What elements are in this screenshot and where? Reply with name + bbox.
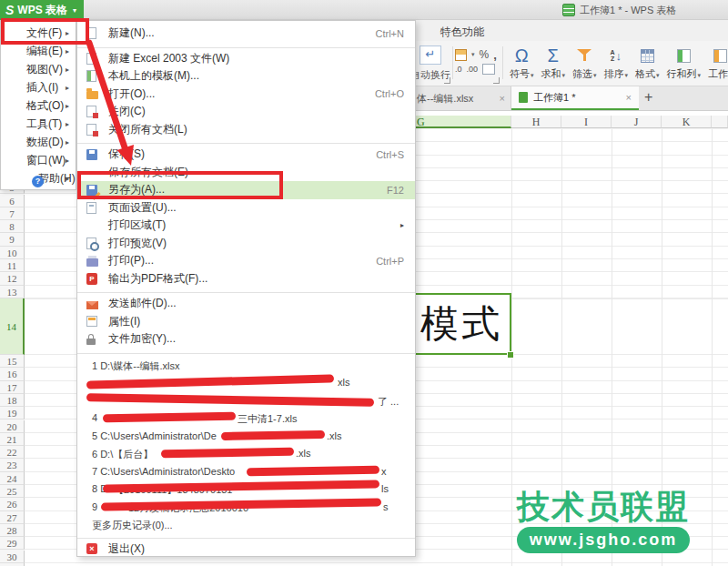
column-header-J[interactable]: J (612, 116, 662, 128)
menu-item-label: 打印(P)... (108, 253, 376, 268)
file-menu-item[interactable]: 新建 Excel 2003 文件(W) (77, 50, 415, 68)
main-menu-item[interactable]: 插入(I)▸ (1, 78, 76, 96)
tab-media-edit[interactable]: 体--编辑.xlsx × (400, 86, 511, 110)
row-header-26[interactable]: 26 (0, 498, 25, 510)
row-header-10[interactable]: 10 (0, 247, 25, 259)
recent-file-item[interactable]: 了 ... (77, 391, 415, 409)
row-header-16[interactable]: 16 (0, 368, 25, 380)
row-header-19[interactable]: 19 (0, 407, 25, 419)
row-header-29[interactable]: 29 (0, 537, 25, 550)
row-header-17[interactable]: 17 (0, 381, 25, 394)
file-menu-item[interactable]: 打开(O)...Ctrl+O (77, 86, 415, 104)
column-header-H[interactable]: H (511, 116, 561, 128)
close-icon[interactable]: × (626, 92, 632, 103)
column-header-G[interactable]: G (400, 116, 511, 128)
toolbar-button-filter[interactable]: 筛选▾ (569, 44, 601, 81)
row-header-6[interactable]: 6 (0, 195, 25, 207)
row-header-20[interactable]: 20 (0, 420, 25, 433)
row-header-9[interactable]: 9 (0, 233, 25, 246)
file-menu-item[interactable]: P输出为PDF格式(F)... (77, 270, 415, 288)
redaction-scribble (221, 430, 325, 440)
row-header-21[interactable]: 21 (0, 433, 25, 446)
file-menu-item[interactable]: 新建(N)...Ctrl+N (77, 25, 415, 43)
recent-file-item[interactable]: 更多历史记录(0)... (77, 515, 415, 533)
recent-file-item[interactable]: xls (77, 373, 415, 391)
column-header-K[interactable]: K (662, 116, 712, 128)
percent-style-button[interactable]: % (480, 48, 490, 61)
main-menu-item[interactable]: 窗口(W)▸ (1, 151, 76, 169)
comma-style-button[interactable]: , (493, 48, 497, 62)
row-header-28[interactable]: 28 (0, 524, 25, 537)
format-grid-icon (641, 44, 654, 67)
row-header-23[interactable]: 23 (0, 459, 25, 471)
row-header-25[interactable]: 25 (0, 485, 25, 498)
file-menu-item[interactable]: 发送邮件(D)... (77, 295, 415, 313)
file-menu-item[interactable]: 页面设置(U)... (77, 199, 415, 217)
number-format-icon[interactable] (455, 49, 467, 61)
recent-file-text: 4 (92, 412, 97, 423)
file-menu-item[interactable]: 文件加密(Y)... (77, 330, 415, 349)
toolbar-button-format-grid[interactable]: 格式▾ (632, 44, 663, 81)
main-menu-item[interactable]: 工具(T)▸ (1, 115, 76, 133)
row-header-8[interactable]: 8 (0, 220, 25, 233)
row-header-13[interactable]: 13 (0, 286, 25, 298)
row-header-24[interactable]: 24 (0, 472, 25, 485)
recent-file-text: ls (381, 483, 389, 494)
row-header-22[interactable]: 22 (0, 446, 25, 459)
file-menu-item[interactable]: 打印(P)...Ctrl+P (77, 252, 415, 270)
dialog-launcher-icon[interactable] (493, 77, 500, 84)
rows-columns-icon (677, 49, 691, 63)
file-menu-item[interactable]: ×退出(X) (77, 541, 415, 559)
column-header-I[interactable]: I (561, 116, 612, 128)
file-menu-item[interactable]: 打印预览(V) (77, 235, 415, 253)
recent-file-item[interactable]: 6 D:\【后台】.xls (77, 444, 415, 462)
recent-file-item[interactable]: 5 C:\Users\Administrator\De.xls (77, 427, 415, 445)
chevron-down-icon[interactable]: ▾ (471, 51, 475, 58)
row-header-18[interactable]: 18 (0, 394, 25, 407)
menu-featured-tab[interactable]: 特色功能 (440, 25, 484, 40)
recent-file-item[interactable]: 4三中清1-7.xls (77, 409, 415, 427)
toolbar-button-sigma[interactable]: Σ求和▾ (538, 44, 570, 81)
toolbar-button-rows-columns[interactable]: 行和列▾ (663, 44, 705, 81)
decrease-decimal-button[interactable]: .00 (467, 65, 479, 74)
increase-decimal-button[interactable]: .0 (455, 65, 462, 74)
file-menu-item[interactable]: 打印区域(T)▸ (77, 217, 415, 235)
file-menu-item[interactable]: 另存为(A)...F12 (77, 181, 415, 199)
dialog-launcher-icon[interactable] (444, 77, 450, 84)
close-icon[interactable]: × (500, 93, 505, 104)
filter-icon (577, 44, 592, 67)
toolbar-button-sort[interactable]: AZ↓排序▾ (601, 44, 632, 81)
main-menu-item[interactable]: 视图(V)▸ (1, 60, 76, 78)
row-header-7[interactable]: 7 (0, 207, 25, 220)
main-menu-item[interactable]: 编辑(E)▸ (1, 42, 76, 60)
file-menu-item[interactable]: 本机上的模板(M)... (77, 67, 415, 86)
file-menu-item[interactable]: 保存所有文档(E) (77, 164, 415, 182)
file-menu-item[interactable]: 关闭(C) (77, 103, 415, 121)
recent-file-item[interactable]: 7 C:\Users\Administrator\Desktox (77, 462, 415, 480)
file-menu-item[interactable]: 保存(S)Ctrl+S (77, 146, 415, 164)
recent-file-item[interactable]: 912月发稿记录汇总2016010s (77, 498, 415, 516)
row-header-14[interactable]: 14 (0, 298, 25, 355)
file-menu-item[interactable]: 属性(I) (77, 313, 415, 331)
row-header-15[interactable]: 15 (0, 355, 25, 368)
main-menu-item[interactable]: 文件(F)▸ (1, 24, 76, 42)
file-menu-item[interactable]: 关闭所有文档(L) (77, 121, 415, 139)
toolbar-button-omega[interactable]: Ω符号▾ (506, 44, 538, 81)
recent-file-item[interactable]: 1 D:\媒体--编辑.xlsx (77, 356, 415, 374)
recent-file-item[interactable]: 8 D【20160111】1348970131ls (77, 480, 415, 498)
main-menu-item[interactable]: 格式(O)▸ (1, 96, 76, 115)
fill-handle[interactable] (507, 351, 514, 359)
tab-workbook1[interactable]: 工作簿1 * × (511, 86, 639, 110)
main-menu-item-label: 数据(D) (26, 135, 64, 150)
row-header-12[interactable]: 12 (0, 272, 25, 285)
toolbar-button-worksheet[interactable]: 工作▾ (704, 44, 728, 81)
border-icon[interactable] (482, 64, 495, 75)
chevron-down-icon: ▾ (625, 72, 629, 78)
wps-app-menu-button[interactable]: S WPS 表格 ▾ (0, 0, 84, 20)
main-menu-item[interactable]: 数据(D)▸ (1, 133, 76, 151)
row-header-30[interactable]: 30 (0, 551, 25, 563)
new-tab-button[interactable]: + (644, 89, 652, 106)
row-header-27[interactable]: 27 (0, 511, 25, 524)
main-menu-item[interactable]: ?帮助(H)▸ (1, 169, 76, 187)
row-header-11[interactable]: 11 (0, 259, 25, 272)
